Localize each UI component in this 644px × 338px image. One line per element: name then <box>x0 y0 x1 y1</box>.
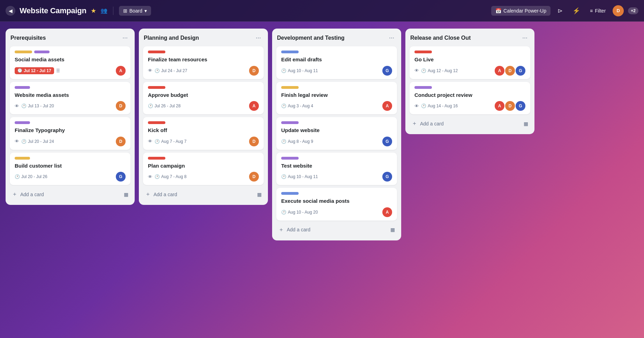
clock-icon: 🕐 <box>21 139 27 144</box>
card-tag <box>281 192 299 195</box>
card-title: Finish legal review <box>281 92 392 99</box>
meta-left: 👁🕐Aug 14 - Aug 16 <box>414 103 495 109</box>
card-meta-row: 🕐Jul 26 - Jul 28A <box>148 101 259 111</box>
card-meta-row: 👁🕐Aug 12 - Aug 12ADG <box>414 66 525 76</box>
avatar: D <box>116 101 126 111</box>
meta-left: 👁🕐Aug 12 - Aug 12 <box>414 68 495 73</box>
multi-avatar-row: ADG <box>495 101 525 111</box>
card[interactable]: Go Live👁🕐Aug 12 - Aug 12ADG <box>410 46 530 79</box>
card-date: 🕐Aug 12 - Aug 12 <box>421 68 458 73</box>
meta-right: A <box>382 207 392 217</box>
card[interactable]: Social media assets🕐Jul 12 - Jul 17☰A <box>10 46 130 79</box>
clock-icon: 🕐 <box>281 139 286 144</box>
card-tag <box>15 157 30 160</box>
card-title: Kick off <box>148 127 259 134</box>
add-card-button[interactable]: ＋ Add a card ▦ <box>276 223 397 236</box>
meta-right: A <box>116 66 126 76</box>
card-tag <box>148 51 165 53</box>
add-card-label: Add a card <box>153 192 177 197</box>
avatar: A <box>116 66 126 76</box>
card[interactable]: Edit email drafts🕐Aug 10 - Aug 11G <box>276 46 397 79</box>
avatar: D <box>116 137 126 146</box>
add-card-button[interactable]: ＋ Add a card ▦ <box>10 188 130 201</box>
column-header: Release and Close Out ··· <box>410 33 530 42</box>
meta-right: D <box>116 101 126 111</box>
calendar-powerup-button[interactable]: 📅 Calendar Power-Up <box>491 6 551 16</box>
filter-button[interactable]: ≡ Filter <box>587 7 608 15</box>
top-navigation: ◀ Website Campaign ★ 👥 ⊞ Board ▾ 📅 Calen… <box>0 0 644 22</box>
card-title: Conduct project review <box>414 92 525 99</box>
card-title: Website media assets <box>15 92 126 99</box>
lines-icon: ☰ <box>56 68 60 73</box>
card-tag-row <box>15 86 126 89</box>
card-date: 🕐Aug 7 - Aug 7 <box>155 139 187 144</box>
card-tag <box>281 51 299 53</box>
card-meta-row: 👁🕐Aug 7 - Aug 8D <box>148 172 259 182</box>
card-tag-row <box>281 121 392 124</box>
card[interactable]: Finalize team resources👁🕐Jul 24 - Jul 27… <box>143 46 264 79</box>
column-title: Planning and Design <box>144 35 199 41</box>
card-tag <box>281 157 299 160</box>
avatar: A <box>495 101 504 111</box>
meta-left: 🕐Aug 8 - Aug 9 <box>281 139 382 144</box>
eye-icon: 👁 <box>148 174 152 179</box>
card[interactable]: Kick off👁🕐Aug 7 - Aug 7D <box>143 117 264 150</box>
add-card-button[interactable]: ＋ Add a card ▦ <box>143 188 264 201</box>
meta-left: 🕐Jul 26 - Jul 28 <box>148 103 249 108</box>
meta-right: A <box>249 101 259 111</box>
board-grid-icon: ⊞ <box>123 8 127 14</box>
card-meta-row: 👁🕐Aug 7 - Aug 7D <box>148 137 259 146</box>
card-date: 🕐Aug 10 - Aug 11 <box>281 68 318 73</box>
people-icon[interactable]: 👥 <box>100 7 107 14</box>
meta-left: 🕐Aug 3 - Aug 4 <box>281 103 382 108</box>
card-date: 🕐Aug 10 - Aug 11 <box>281 174 318 179</box>
column-menu-button[interactable]: ··· <box>254 33 263 42</box>
card[interactable]: Build customer list🕐Jul 20 - Jul 26G <box>10 153 130 185</box>
card-meta-row: 🕐Aug 10 - Aug 11G <box>281 66 392 76</box>
meta-right: D <box>249 137 259 146</box>
avatar: D <box>249 66 259 76</box>
avatar: G <box>382 66 392 76</box>
eye-icon: 👁 <box>148 139 152 144</box>
card[interactable]: Conduct project review👁🕐Aug 14 - Aug 16A… <box>410 82 530 115</box>
add-card-label: Add a card <box>287 227 310 232</box>
card-tag <box>148 121 165 124</box>
card[interactable]: Finish legal review🕐Aug 3 - Aug 4A <box>276 82 397 115</box>
column-menu-button[interactable]: ··· <box>387 33 396 42</box>
eye-icon: 👁 <box>148 68 152 73</box>
sidebar-toggle[interactable]: ◀ <box>6 6 15 16</box>
card-meta-row: 👁🕐Jul 13 - Jul 20D <box>15 101 126 111</box>
clock-icon: 🕐 <box>15 174 20 179</box>
star-icon[interactable]: ★ <box>91 7 96 15</box>
card-tag-row <box>414 86 525 89</box>
avatar: A <box>382 101 392 111</box>
card-tag-row <box>281 157 392 160</box>
meta-left: 👁🕐Aug 7 - Aug 8 <box>148 174 249 179</box>
column-header: Planning and Design ··· <box>143 33 264 42</box>
multi-avatar-row: ADG <box>495 66 525 76</box>
card-tag <box>281 121 299 124</box>
column-menu-button[interactable]: ··· <box>520 33 530 42</box>
meta-right: G <box>382 172 392 182</box>
add-card-button[interactable]: ＋ Add a card ▦ <box>410 117 530 130</box>
card[interactable]: Finalize Typography👁🕐Jul 20 - Jul 24D <box>10 117 130 150</box>
avatar[interactable]: D <box>613 5 624 16</box>
column-menu-button[interactable]: ··· <box>120 33 130 42</box>
column-title: Development and Testing <box>277 35 345 41</box>
flash-icon-button[interactable]: ⚡ <box>570 6 583 16</box>
card[interactable]: Plan campaign👁🕐Aug 7 - Aug 8D <box>143 153 264 185</box>
avatar: G <box>516 101 525 111</box>
card-tag-row <box>148 121 259 124</box>
card[interactable]: Update website🕐Aug 8 - Aug 9G <box>276 117 397 150</box>
card[interactable]: Approve budget🕐Jul 26 - Jul 28A <box>143 82 264 115</box>
meta-right: A <box>382 101 392 111</box>
board-view-button[interactable]: ⊞ Board ▾ <box>119 6 151 16</box>
card[interactable]: Test website🕐Aug 10 - Aug 11G <box>276 153 397 185</box>
meta-left: 🕐Jul 12 - Jul 17☰ <box>15 67 116 74</box>
add-card-label: Add a card <box>20 192 44 197</box>
send-icon-button[interactable]: ⊳ <box>555 6 566 16</box>
card[interactable]: Website media assets👁🕐Jul 13 - Jul 20D <box>10 82 130 115</box>
card-tag <box>15 121 30 124</box>
card[interactable]: Execute social media posts🕐Aug 10 - Aug … <box>276 188 397 221</box>
date-badge: 🕐Jul 12 - Jul 17 <box>15 67 54 74</box>
